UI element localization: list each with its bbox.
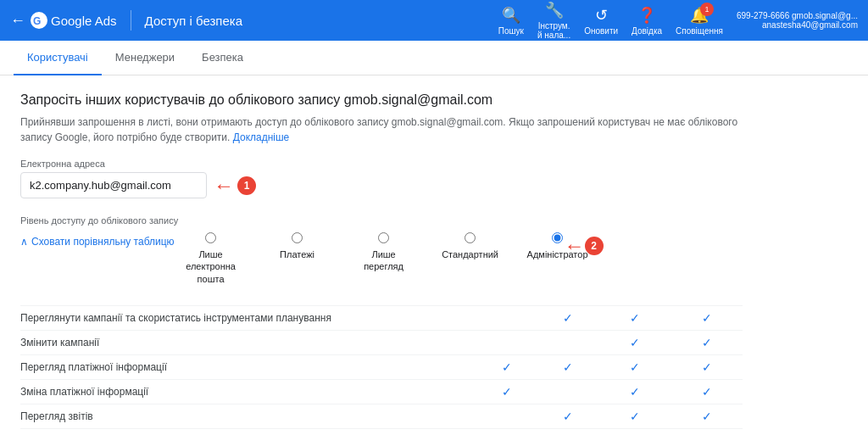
tab-users[interactable]: Користувачі	[14, 41, 102, 75]
email_only-cell	[404, 354, 476, 379]
comparison-tbody: Переглянути кампанії та скористатись інс…	[20, 305, 743, 435]
read_only-cell: ✓	[537, 354, 599, 379]
help-label: Довідка	[632, 26, 662, 36]
help-nav-button[interactable]: ❓ Довідка	[632, 6, 662, 36]
learn-more-link[interactable]: Докладніше	[233, 131, 290, 143]
google-ads-logo: G Google Ads	[31, 12, 117, 29]
checkmark-icon: ✓	[702, 360, 712, 374]
read_only-cell	[537, 330, 599, 354]
access-level-controls: ∧ Сховати порівняльну таблицю Лишеелектр…	[20, 232, 743, 285]
payments-cell: ✓	[476, 354, 538, 379]
radio-standard-input[interactable]	[465, 232, 476, 243]
radio-payments-label: Платежі	[280, 248, 314, 260]
tab-managers[interactable]: Менеджери	[102, 41, 188, 75]
table-row: Переглянути кампанії та скористатись інс…	[20, 305, 743, 330]
notifications-nav-button[interactable]: 🔔 1 Сповіщення	[676, 6, 723, 36]
radio-email-only-input[interactable]	[205, 232, 216, 243]
checkmark-icon: ✓	[702, 385, 712, 399]
radio-options: Лишеелектроннапошта Платежі Лишеперегляд…	[181, 232, 743, 285]
logo-area[interactable]: ← G Google Ads	[10, 12, 117, 30]
admin-cell: ✓	[670, 428, 743, 435]
radio-payments: Платежі	[268, 232, 327, 260]
chevron-up-icon: ∧	[20, 236, 28, 248]
collapse-label: Сховати порівняльну таблицю	[31, 236, 175, 248]
email-input-wrapper: ← 1	[20, 172, 743, 198]
radio-email-only-label: Лишеелектроннапошта	[186, 248, 236, 285]
invite-desc-text: Прийнявши запрошення в листі, вони отрим…	[20, 116, 737, 143]
col-pay-header	[476, 295, 538, 306]
admin-cell: ✓	[670, 330, 743, 354]
standard-cell: ✓	[599, 354, 671, 379]
standard-cell: ✓	[599, 404, 671, 428]
account-info[interactable]: 699-279-6666 gmob.signal@g... anastesha4…	[737, 11, 858, 30]
checkmark-icon: ✓	[630, 311, 640, 325]
read_only-cell	[537, 428, 599, 435]
standard-cell: ✓	[599, 428, 671, 435]
collapse-table-button[interactable]: ∧ Сховати порівняльну таблицю	[20, 236, 175, 248]
refresh-nav-button[interactable]: ↺ Оновити	[584, 6, 618, 36]
account-email: anastesha40@gmail.com	[762, 20, 858, 30]
feature-cell: Перегляд звітів	[20, 404, 404, 428]
email-field-section: Електронна адреса ← 1	[20, 159, 743, 198]
table-row: Змінити кампанії✓✓	[20, 330, 743, 354]
checkmark-icon: ✓	[563, 311, 573, 325]
checkmark-icon: ✓	[702, 336, 712, 349]
radio-standard: Стандартний	[441, 232, 500, 260]
checkmark-icon: ✓	[502, 385, 512, 399]
col-admin-header	[670, 295, 743, 306]
email_only-cell	[404, 379, 476, 404]
payments-cell	[476, 428, 538, 435]
standard-cell: ✓	[599, 305, 671, 330]
checkmark-icon: ✓	[630, 410, 640, 423]
search-nav-button[interactable]: 🔍 Пошук	[498, 6, 524, 36]
search-label: Пошук	[498, 26, 524, 36]
col-read-header	[537, 295, 599, 306]
tab-security[interactable]: Безпека	[188, 41, 257, 75]
svg-text:G: G	[33, 15, 41, 27]
invite-section-desc: Прийнявши запрошення в листі, вони отрим…	[20, 114, 743, 145]
admin-cell: ✓	[670, 354, 743, 379]
read_only-cell: ✓	[537, 305, 599, 330]
radio-read-only-label: Лишеперегляд	[364, 248, 403, 273]
invite-section-title: Запросіть інших користувачів до обліково…	[20, 92, 743, 108]
checkmark-icon: ✓	[702, 410, 712, 423]
checkmark-icon: ✓	[502, 360, 512, 374]
account-phone: 699-279-6666 gmob.signal@g...	[737, 11, 858, 20]
checkmark-icon: ✓	[702, 311, 712, 325]
checkmark-icon: ✓	[563, 360, 573, 374]
payments-cell	[476, 404, 538, 428]
notification-badge: 1	[700, 3, 714, 16]
help-icon: ❓	[637, 6, 656, 25]
tools-label: Інструм.й нала...	[537, 21, 570, 40]
tools-nav-button[interactable]: 🔧 Інструм.й нала...	[537, 1, 570, 40]
radio-read-only-input[interactable]	[378, 232, 389, 243]
tabs-bar: Користувачі Менеджери Безпека	[0, 41, 868, 75]
email-field-label: Електронна адреса	[20, 159, 743, 169]
notifications-label: Сповіщення	[676, 26, 723, 36]
email-input[interactable]	[20, 172, 207, 198]
radio-admin-input[interactable]	[552, 232, 563, 243]
access-level-label: Рівень доступу до облікового запису	[20, 215, 743, 226]
email_only-cell	[404, 330, 476, 354]
col-email-header	[404, 295, 476, 306]
radio-read-only: Лишеперегляд	[354, 232, 414, 273]
table-row: Зміна платіжної інформації✓✓✓	[20, 379, 743, 404]
admin-cell: ✓	[670, 404, 743, 428]
email_only-cell	[404, 305, 476, 330]
payments-cell: ✓	[476, 379, 538, 404]
arrow-1-icon: ←	[214, 174, 234, 198]
nav-divider	[131, 10, 131, 31]
refresh-label: Оновити	[584, 26, 618, 36]
refresh-icon: ↺	[595, 6, 608, 25]
main-content: Запросіть інших користувачів до обліково…	[0, 75, 763, 435]
back-button[interactable]: ←	[10, 12, 25, 30]
radio-payments-input[interactable]	[292, 232, 303, 243]
standard-cell: ✓	[599, 330, 671, 354]
admin-cell: ✓	[670, 379, 743, 404]
comparison-table: Переглянути кампанії та скористатись інс…	[20, 295, 743, 435]
google-logo-icon: G	[31, 12, 47, 29]
radio-standard-label: Стандартний	[442, 248, 498, 260]
feature-cell: Зміна звітів	[20, 428, 404, 435]
feature-cell: Переглянути кампанії та скористатись інс…	[20, 305, 404, 330]
table-row: Перегляд платіжної інформації✓✓✓✓	[20, 354, 743, 379]
